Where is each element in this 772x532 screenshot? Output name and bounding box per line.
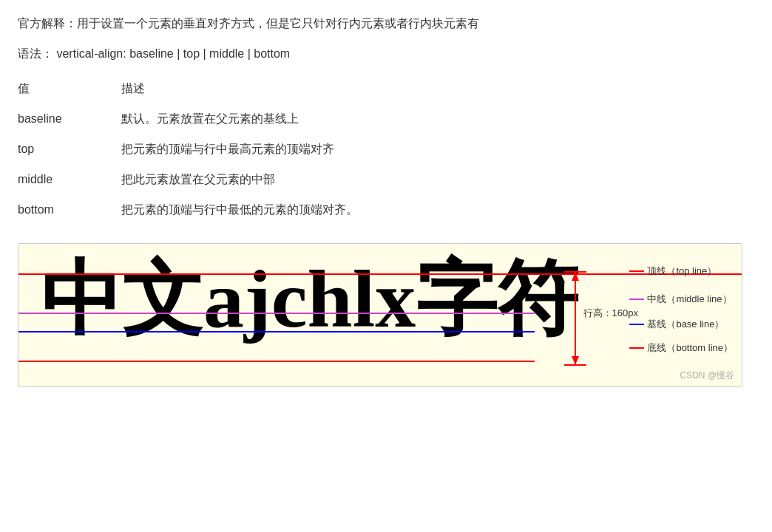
svg-marker-4 xyxy=(572,356,579,365)
baseline-line xyxy=(18,331,535,332)
bottom-line xyxy=(18,361,535,362)
official-desc-text: 官方解释：用于设置一个元素的垂直对齐方式，但是它只针对行内元素或者行内块元素有 xyxy=(18,17,479,30)
bottom-line-label: 底线（bottom line） xyxy=(629,341,733,355)
value-key-bottom: bottom xyxy=(18,203,121,216)
diagram-container: 中文ajchlx字符 顶线（top line） 中线（middle line） … xyxy=(18,243,742,387)
official-description: 官方解释：用于设置一个元素的垂直对齐方式，但是它只针对行内元素或者行内块元素有 xyxy=(18,13,754,33)
svg-marker-3 xyxy=(572,272,579,281)
table-row: baseline 默认。元素放置在父元素的基线上 xyxy=(18,104,754,134)
col2-header: 描述 xyxy=(121,81,754,97)
value-key-baseline: baseline xyxy=(18,112,121,126)
baseline-icon xyxy=(629,324,644,325)
page-container: 官方解释：用于设置一个元素的垂直对齐方式，但是它只针对行内元素或者行内块元素有 … xyxy=(0,0,772,387)
syntax-line: 语法： vertical-align: baseline | top | mid… xyxy=(18,47,754,62)
top-line-text: 顶线（top line） xyxy=(647,265,717,278)
diagram-big-text: 中文ajchlx字符 xyxy=(41,259,578,340)
value-key-top: top xyxy=(18,143,121,156)
diagram-inner: 中文ajchlx字符 顶线（top line） 中线（middle line） … xyxy=(18,244,742,386)
top-line-label: 顶线（top line） xyxy=(629,265,733,278)
value-desc-baseline: 默认。元素放置在父元素的基线上 xyxy=(121,112,754,127)
value-desc-middle: 把此元素放置在父元素的中部 xyxy=(121,172,754,188)
value-key-middle: middle xyxy=(18,173,121,186)
middle-line xyxy=(18,313,535,314)
syntax-value: vertical-align: baseline | top | middle … xyxy=(56,47,290,60)
baseline-label: 基线（base line） xyxy=(629,318,733,331)
bottom-line-icon xyxy=(629,347,644,349)
middle-line-icon xyxy=(629,299,644,300)
watermark: CSDN @慢谷 xyxy=(680,369,734,382)
col1-header: 值 xyxy=(18,81,121,97)
top-line-icon xyxy=(629,270,644,272)
syntax-label: 语法： xyxy=(18,47,53,60)
table-row: top 把元素的顶端与行中最高元素的顶端对齐 xyxy=(18,134,754,165)
value-table: 值 描述 baseline 默认。元素放置在父元素的基线上 top 把元素的顶端… xyxy=(18,78,754,225)
middle-line-label: 中线（middle line） xyxy=(629,293,733,306)
line-labels: 顶线（top line） 中线（middle line） 基线（base lin… xyxy=(629,265,733,355)
bottom-line-text: 底线（bottom line） xyxy=(647,341,733,355)
value-desc-bottom: 把元素的顶端与行中最低的元素的顶端对齐。 xyxy=(121,202,754,218)
table-row: middle 把此元素放置在父元素的中部 xyxy=(18,165,754,195)
table-row: bottom 把元素的顶端与行中最低的元素的顶端对齐。 xyxy=(18,195,754,225)
table-header-row: 值 描述 xyxy=(18,78,754,104)
height-label-text: 行高：160px xyxy=(583,307,638,320)
baseline-text: 基线（base line） xyxy=(647,318,724,331)
middle-line-text: 中线（middle line） xyxy=(647,293,731,306)
value-desc-top: 把元素的顶端与行中最高元素的顶端对齐 xyxy=(121,142,754,157)
